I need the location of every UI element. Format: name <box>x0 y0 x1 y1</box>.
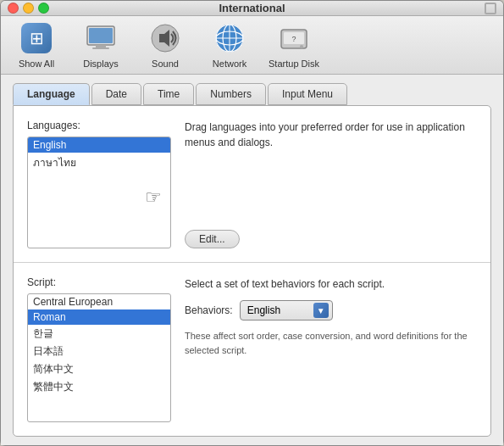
network-icon-wrap <box>213 21 246 55</box>
toolbar-label-show-all: Show All <box>19 59 54 69</box>
toolbar-label-startup-disk: Startup Disk <box>269 59 319 69</box>
language-description-section: Drag languages into your preferred order… <box>185 120 477 248</box>
list-item[interactable]: English <box>28 137 170 153</box>
network-icon <box>213 21 246 55</box>
tab-numbers[interactable]: Numbers <box>196 83 266 105</box>
behaviors-row: Behaviors: English ▼ <box>185 300 477 321</box>
dropdown-arrow-icon: ▼ <box>313 303 329 318</box>
maximize-button[interactable] <box>38 3 49 14</box>
toolbar-label-network: Network <box>213 59 246 69</box>
language-list-section: Languages: English ภาษาไทย ☞ <box>27 120 171 248</box>
showall-icon-wrap <box>19 21 53 55</box>
tab-date[interactable]: Date <box>91 83 141 105</box>
displays-icon-wrap <box>84 21 118 55</box>
tab-language[interactable]: Language <box>13 83 90 105</box>
toolbar: Show All Displays <box>1 16 503 75</box>
script-list-inner: Central European Roman 한글 日本語 <box>28 294 170 421</box>
language-description: Drag languages into your preferred order… <box>185 120 477 150</box>
main-window: International Show All Displays <box>0 0 504 446</box>
language-list-box[interactable]: English ภาษาไทย ☞ <box>27 137 171 248</box>
svg-point-14 <box>300 45 303 48</box>
tab-bar: Language Date Time Numbers Input Menu <box>13 83 491 105</box>
svg-rect-3 <box>92 47 109 49</box>
svg-text:?: ? <box>291 35 296 43</box>
svg-rect-1 <box>89 28 113 43</box>
edit-button[interactable]: Edit... <box>185 230 240 248</box>
list-item[interactable]: 한글 <box>28 325 170 343</box>
toolbar-label-displays: Displays <box>83 59 119 69</box>
list-item[interactable]: 简体中文 <box>28 360 170 378</box>
script-description-section: Select a set of text behaviors for each … <box>185 276 477 422</box>
script-description: Select a set of text behaviors for each … <box>185 276 477 292</box>
toolbar-item-show-all[interactable]: Show All <box>11 21 62 69</box>
behaviors-note: These affect sort order, case conversion… <box>185 329 477 357</box>
language-section-label: Languages: <box>27 120 171 131</box>
startup-icon-wrap: ? <box>277 21 311 55</box>
script-list-box[interactable]: Central European Roman 한글 日本語 <box>27 293 171 422</box>
close-button[interactable] <box>8 3 19 14</box>
toolbar-item-sound[interactable]: Sound <box>140 21 191 69</box>
behaviors-select[interactable]: English ▼ <box>240 300 333 321</box>
list-item[interactable]: Roman <box>28 309 170 325</box>
language-list-inner: English ภาษาไทย ☞ <box>28 137 170 248</box>
behaviors-label: Behaviors: <box>185 304 233 316</box>
sound-icon-wrap <box>148 21 182 55</box>
startup-icon: ? <box>277 21 311 55</box>
toolbar-item-network[interactable]: Network <box>204 21 255 69</box>
toolbar-label-sound: Sound <box>152 59 179 69</box>
displays-icon <box>84 21 118 55</box>
tab-time[interactable]: Time <box>143 83 194 105</box>
list-item[interactable]: 日本語 <box>28 343 170 360</box>
section-divider <box>14 262 490 263</box>
titlebar: International <box>1 1 503 16</box>
tab-input-menu[interactable]: Input Menu <box>268 83 347 105</box>
list-item[interactable]: Central European <box>28 294 170 309</box>
content-panel: Languages: English ภาษาไทย ☞ <box>13 105 491 437</box>
main-content: Language Date Time Numbers Input Menu La… <box>1 75 503 445</box>
sound-icon <box>148 21 182 55</box>
traffic-lights <box>8 3 49 14</box>
script-section-label: Script: <box>27 276 171 288</box>
list-item[interactable]: 繁體中文 <box>28 378 170 396</box>
script-section: Script: Central European Roman 한글 <box>27 276 477 422</box>
script-list-section: Script: Central European Roman 한글 <box>27 276 171 422</box>
minimize-button[interactable] <box>23 3 34 14</box>
drag-cursor-icon: ☞ <box>145 187 162 209</box>
toolbar-item-displays[interactable]: Displays <box>75 21 126 69</box>
toolbar-item-startup-disk[interactable]: ? Startup Disk <box>269 21 319 69</box>
window-title: International <box>219 2 285 14</box>
behaviors-value: English <box>247 304 280 316</box>
resize-indicator <box>485 3 496 14</box>
svg-rect-2 <box>96 45 106 47</box>
showall-icon <box>21 23 52 53</box>
language-section: Languages: English ภาษาไทย ☞ <box>27 120 477 248</box>
list-item[interactable]: ภาษาไทย <box>28 153 170 172</box>
